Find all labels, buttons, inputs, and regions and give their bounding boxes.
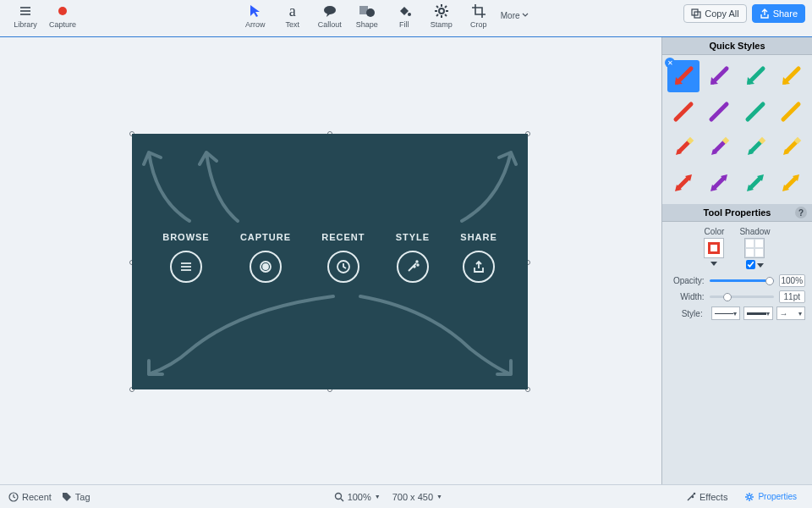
quick-style-line[interactable]	[703, 96, 735, 128]
clock-icon	[8, 492, 19, 502]
artboard-item-capture: CAPTURE	[240, 232, 291, 283]
quick-style-arrow[interactable]	[667, 60, 700, 92]
shadow-swatch[interactable]	[744, 238, 765, 258]
tool-fill[interactable]: Fill	[386, 2, 423, 29]
svg-point-23	[263, 264, 268, 269]
top-toolbar: Library Capture Arrow a Text Callout Sha…	[0, 0, 812, 37]
quick-style-line[interactable]	[775, 96, 807, 128]
opacity-label: Opacity:	[669, 276, 705, 285]
svg-line-15	[436, 14, 438, 16]
artboard-item-recent: RECENT	[321, 232, 365, 283]
quick-style-pen[interactable]	[703, 131, 735, 163]
properties-label: Properties	[758, 492, 797, 501]
arrow-cursor-icon	[246, 2, 265, 20]
svg-point-7	[408, 13, 411, 16]
chevron-down-icon: ▼	[375, 494, 381, 500]
decor-arrow-icon	[445, 141, 521, 225]
tool-stamp-label: Stamp	[431, 20, 453, 29]
quick-style-arrow[interactable]	[775, 60, 807, 92]
quick-style-dbl[interactable]	[703, 167, 735, 199]
quick-style-pen[interactable]	[739, 131, 771, 163]
svg-point-27	[414, 266, 415, 268]
tag-button[interactable]: Tag	[62, 492, 91, 502]
capture-button[interactable]: Capture	[44, 2, 81, 29]
browse-icon	[170, 251, 202, 283]
color-swatch[interactable]	[704, 238, 724, 258]
recent-button[interactable]: Recent	[8, 492, 52, 502]
svg-line-43	[787, 141, 797, 152]
quick-styles-title: Quick Styles	[709, 41, 765, 51]
gear-icon	[744, 492, 754, 502]
library-button[interactable]: Library	[7, 2, 44, 29]
chevron-down-icon: ▼	[436, 494, 442, 500]
speech-bubble-icon	[321, 2, 339, 20]
svg-line-16	[445, 6, 447, 8]
svg-line-47	[750, 178, 760, 188]
more-button[interactable]: More	[501, 11, 529, 20]
svg-line-31	[749, 69, 763, 82]
color-dropdown-icon[interactable]	[710, 262, 717, 266]
copy-icon	[691, 8, 701, 19]
svg-point-50	[335, 493, 341, 499]
search-icon	[334, 492, 344, 502]
tool-fill-label: Fill	[399, 20, 409, 29]
svg-line-48	[786, 178, 796, 188]
tool-crop[interactable]: Crop	[460, 2, 497, 29]
shadow-checkbox[interactable]	[746, 260, 755, 269]
svg-line-33	[676, 104, 691, 119]
width-label: Width:	[669, 292, 705, 301]
crop-icon	[469, 2, 488, 20]
tool-callout-label: Callout	[318, 20, 342, 29]
bottom-bar: Recent Tag 100% ▼ 700 x 450 ▼ Effects Pr…	[0, 484, 812, 508]
share-button[interactable]: Share	[752, 4, 805, 23]
dimensions[interactable]: 700 x 450 ▼	[392, 492, 442, 502]
tool-properties: Color Shadow Opacity: 100%	[662, 222, 812, 329]
quick-style-line[interactable]	[667, 96, 700, 128]
tool-stamp[interactable]: Stamp	[423, 2, 460, 29]
line-start-select[interactable]: ▾	[711, 306, 740, 320]
tool-arrow-label: Arrow	[245, 20, 266, 29]
quick-style-arrow[interactable]	[739, 60, 771, 92]
tool-crop-label: Crop	[470, 20, 487, 29]
svg-line-51	[341, 499, 343, 501]
tag-icon	[62, 492, 72, 502]
opacity-slider[interactable]	[710, 279, 774, 282]
chevron-down-icon	[522, 13, 529, 18]
quick-style-dbl[interactable]	[739, 167, 771, 199]
style-label: Style:	[669, 309, 703, 318]
properties-button[interactable]: Properties	[738, 487, 804, 507]
shadow-dropdown-icon[interactable]	[757, 263, 764, 268]
shapes-icon	[358, 2, 376, 20]
quick-style-arrow[interactable]	[703, 60, 735, 92]
effects-button[interactable]: Effects	[686, 492, 727, 502]
quick-style-pen[interactable]	[667, 131, 700, 163]
copy-all-button[interactable]: Copy All	[683, 4, 746, 23]
svg-line-46	[714, 178, 724, 188]
artboard[interactable]: BROWSECAPTURERECENTSTYLESHARE	[132, 134, 528, 389]
color-label: Color	[704, 227, 724, 236]
tool-text[interactable]: a Text	[274, 2, 311, 29]
wand-icon	[686, 492, 696, 502]
width-slider[interactable]	[710, 295, 774, 298]
library-label: Library	[14, 20, 37, 29]
zoom-control[interactable]: 100% ▼	[334, 492, 381, 502]
help-icon[interactable]: ?	[795, 207, 807, 218]
side-panel: Quick Styles Tool Properties ? Color Sha…	[661, 37, 812, 484]
line-body-select[interactable]: ▾	[743, 306, 772, 320]
tool-callout[interactable]: Callout	[311, 2, 348, 29]
tool-shape-label: Shape	[356, 20, 378, 29]
tool-shape[interactable]: Shape	[348, 2, 386, 29]
quick-style-pen[interactable]	[775, 131, 807, 163]
quick-style-dbl[interactable]	[775, 167, 807, 199]
text-icon: a	[283, 2, 302, 20]
quick-style-dbl[interactable]	[667, 167, 700, 199]
tool-arrow[interactable]: Arrow	[237, 2, 274, 29]
line-end-select[interactable]: →▾	[776, 306, 805, 320]
quick-style-line[interactable]	[739, 96, 771, 128]
share-up-icon	[760, 8, 770, 19]
artboard-item-label: STYLE	[396, 232, 430, 242]
canvas[interactable]: BROWSECAPTURERECENTSTYLESHARE	[0, 37, 661, 484]
tool-properties-title: Tool Properties	[704, 207, 771, 218]
effects-label: Effects	[700, 492, 727, 502]
svg-point-4	[324, 6, 336, 14]
